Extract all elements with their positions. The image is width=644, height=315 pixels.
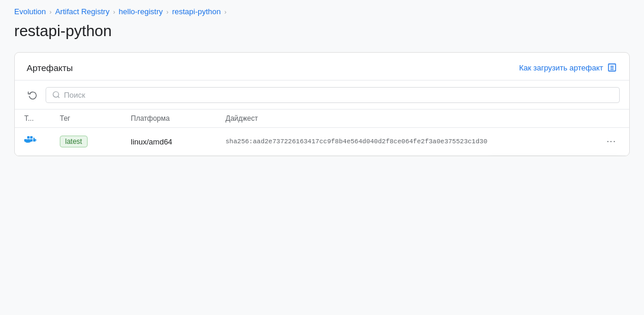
col-digest: Дайджест bbox=[226, 114, 590, 123]
upload-icon bbox=[607, 62, 617, 73]
col-actions bbox=[590, 114, 620, 123]
digest-cell: sha256:aad2e737226163417cc9f8b4e564d040d… bbox=[226, 138, 590, 145]
breadcrumb-artifact-registry[interactable]: Artifact Registry bbox=[55, 7, 110, 16]
type-icon bbox=[24, 136, 60, 148]
upload-artifact-link[interactable]: Как загрузить артефакт bbox=[519, 62, 617, 73]
col-type: Т... bbox=[24, 114, 60, 123]
search-input[interactable] bbox=[64, 91, 613, 99]
card-header: Артефакты Как загрузить артефакт bbox=[15, 53, 629, 81]
search-icon bbox=[52, 91, 60, 99]
table-header: Т... Тег Платформа Дайджест bbox=[15, 110, 629, 128]
breadcrumb: Evolution › Artifact Registry › hello-re… bbox=[0, 0, 644, 20]
breadcrumb-evolution[interactable]: Evolution bbox=[14, 7, 46, 16]
refresh-icon bbox=[28, 90, 37, 99]
toolbar bbox=[15, 81, 629, 110]
refresh-button[interactable] bbox=[24, 86, 41, 103]
svg-line-6 bbox=[58, 97, 60, 98]
more-actions-button[interactable]: ··· bbox=[603, 134, 620, 149]
table-row: latest linux/amd64 sha256:aad2e737226163… bbox=[15, 128, 629, 156]
upload-label: Как загрузить артефакт bbox=[519, 63, 603, 72]
breadcrumb-restapi-python[interactable]: restapi-python bbox=[172, 7, 221, 16]
card-title: Артефакты bbox=[27, 63, 73, 73]
svg-rect-10 bbox=[27, 136, 30, 139]
docker-icon bbox=[24, 136, 37, 145]
col-tag: Тег bbox=[60, 114, 131, 123]
svg-rect-11 bbox=[30, 136, 33, 139]
search-box bbox=[46, 87, 620, 103]
tag-badge: latest bbox=[60, 136, 88, 147]
col-platform: Платформа bbox=[131, 114, 226, 123]
platform-cell: linux/amd64 bbox=[131, 137, 226, 146]
tag-cell: latest bbox=[60, 136, 131, 147]
page-title: restapi-python bbox=[0, 20, 644, 52]
artifacts-card: Артефакты Как загрузить артефакт bbox=[14, 52, 630, 156]
breadcrumb-hello-registry[interactable]: hello-registry bbox=[119, 7, 163, 16]
svg-point-5 bbox=[53, 92, 59, 97]
